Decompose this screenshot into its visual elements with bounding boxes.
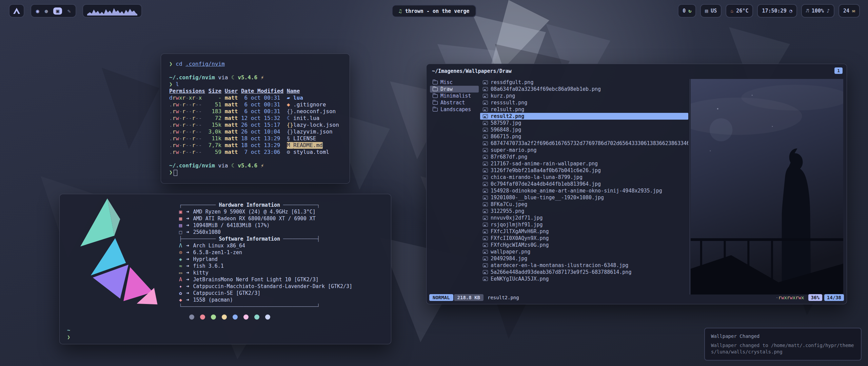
command: cd: [176, 61, 182, 67]
clock-module[interactable]: 17:50:29 ◔: [757, 4, 797, 18]
file-manager-window[interactable]: ~/Imagenes/Wallpapers/Draw 1 Misc Draw M…: [426, 64, 847, 304]
file-item[interactable]: FXfcII0X0AQyn9X.png: [480, 235, 688, 242]
image-file-icon: [483, 229, 488, 233]
workspace-button[interactable]: ▣: [53, 7, 62, 15]
file-item[interactable]: 5a266e448add93deab367d87173e9f25-6837886…: [480, 269, 688, 276]
image-file-icon: [483, 216, 488, 220]
directory-item[interactable]: Minimalist: [430, 93, 479, 99]
file-item[interactable]: 68747470733a2f2f696d616765732d7769786d70…: [480, 140, 688, 147]
file-item[interactable]: 0c794faf07de24a4db4d4fb1eb813964.jpg: [480, 181, 688, 187]
file-owner: matt: [225, 101, 238, 108]
fetch-terminal-window[interactable]: ┌─────────── Hardware Information ──────…: [59, 194, 391, 344]
file-name: 68747470733a2f2f696d616765732d7769786d70…: [491, 140, 688, 146]
file-item[interactable]: 217167-sad-anime-rain-wallpaper.png: [480, 160, 688, 167]
command: l: [176, 81, 179, 87]
info-icon: ▭: [179, 269, 186, 276]
directory-item[interactable]: Draw: [430, 86, 479, 93]
temperature-module[interactable]: ♨ 26°C: [726, 4, 753, 18]
file-name: ressdfgult.png: [491, 79, 533, 85]
notification-popup[interactable]: Wallpaper Changed Wallpaper changed to /…: [704, 328, 862, 361]
directory-item[interactable]: Landscapes: [430, 106, 479, 113]
file-item[interactable]: result2.png: [480, 113, 688, 120]
terminal-window[interactable]: ❯ cd .config/nvim ~/.config/nvim via ☾ v…: [161, 54, 350, 184]
arrow-icon: ➜: [186, 242, 193, 249]
listing-row: .rw-r--r--11kmatt18 oct 13:29§LICENSE: [169, 135, 341, 142]
arch-logo-icon: [13, 7, 20, 14]
notifications-module[interactable]: 24 ✉: [839, 4, 860, 18]
file-item[interactable]: EeNKYgIUcAAJ5JX.png: [480, 276, 688, 282]
file-name: LICENSE: [293, 135, 316, 142]
info-icon: ▣: [179, 208, 186, 215]
file-item[interactable]: rsjqojlmjhf91.jpg: [480, 221, 688, 228]
file-item[interactable]: chica-mirando-la-luna-8799.jpg: [480, 174, 688, 181]
shell-command-line: ❯ l: [169, 81, 341, 88]
file-item[interactable]: 587597.jpg: [480, 120, 688, 126]
directory-item[interactable]: Abstract: [430, 99, 479, 106]
file-item[interactable]: kurz.png: [480, 93, 688, 99]
file-item[interactable]: 154928-odinokoe_anime-art-anime-okno-sin…: [480, 187, 688, 194]
system-graph-widget[interactable]: [82, 4, 142, 18]
keyboard-layout-module[interactable]: ▤ US: [700, 4, 722, 18]
cwd: ~: [67, 327, 70, 334]
file-date: 26 oct 15:17: [241, 122, 283, 128]
updates-module[interactable]: 0 ↻: [678, 4, 696, 18]
file-type-icon: {}: [287, 128, 293, 135]
file-name: lua: [293, 95, 303, 101]
music-label: thrown - on the verge: [405, 8, 470, 14]
file-item[interactable]: ressdfgult.png: [480, 79, 688, 86]
file-size: 11k: [209, 135, 222, 142]
file-item[interactable]: 3126f7e9bbf21a8a4af0b67b041c6e26.jpg: [480, 167, 688, 174]
volume-module[interactable]: ♬ 100% ♪: [801, 4, 834, 18]
file-date: 12 oct 15:32: [241, 115, 283, 122]
file-item[interactable]: FXfcJlTXgAMvH6R.png: [480, 228, 688, 235]
info-icon: ≈: [179, 263, 186, 269]
notification-title: Wallpaper Changed: [711, 333, 855, 339]
tab-badge[interactable]: 1: [834, 67, 843, 74]
file-item[interactable]: 596848.jpg: [480, 126, 688, 133]
file-name: super-mario.png: [491, 147, 536, 153]
directory-item[interactable]: Misc: [430, 79, 479, 86]
workspace-button[interactable]: ◉: [36, 8, 39, 14]
file-item[interactable]: 87r687df.png: [480, 154, 688, 160]
distro-logo: [66, 198, 167, 309]
file-item[interactable]: 3122955.png: [480, 208, 688, 215]
launcher-button[interactable]: [9, 4, 24, 18]
file-item[interactable]: 19201080-__blue-tinge__-1920×1080.jpg: [480, 194, 688, 201]
file-owner: matt: [225, 128, 238, 135]
permissions: .rw-r--r--: [169, 101, 205, 108]
palette-dot: [200, 314, 205, 320]
palette-dot: [222, 314, 227, 320]
file-item[interactable]: nnvuv0xj2df71.jpg: [480, 215, 688, 221]
workspace-button[interactable]: ✎: [67, 8, 71, 14]
prompt-char: ❯: [67, 334, 70, 341]
file-item[interactable]: atardecer-en-la-montanas-ilustracion-634…: [480, 262, 688, 269]
file-item[interactable]: resssult.png: [480, 99, 688, 106]
info-value: 1558 (pacman): [193, 297, 233, 303]
parent-directory-list: Misc Draw Minimalist Abstract Landscapes: [430, 79, 479, 113]
file-size: 3,0k: [209, 128, 222, 135]
file-item[interactable]: 866715.png: [480, 133, 688, 140]
file-item[interactable]: FXfcHgcWIAMzs0G.png: [480, 242, 688, 248]
image-file-icon: [483, 257, 488, 261]
file-size: 72: [209, 115, 222, 122]
file-item[interactable]: 20492984.jpg: [480, 255, 688, 262]
file-type-icon: ⚙: [287, 149, 293, 156]
info-value: 10948MiB / 64183MiB (17%): [193, 222, 270, 229]
image-file-icon: [483, 175, 488, 179]
file-owner: matt: [225, 135, 238, 142]
music-widget[interactable]: ♫ thrown - on the verge: [392, 5, 476, 17]
image-file-icon: [483, 114, 488, 118]
workspace-button[interactable]: ●: [45, 8, 48, 14]
folder-icon: [433, 94, 438, 98]
file-name: 19201080-__blue-tinge__-1920×1080.jpg: [491, 195, 604, 201]
file-item[interactable]: super-mario.png: [480, 147, 688, 154]
shell-input-line[interactable]: ❯: [169, 169, 341, 176]
file-item[interactable]: re1sult.png: [480, 106, 688, 113]
music-icon: ♫: [399, 8, 402, 14]
file-item[interactable]: wallpaper.png: [480, 248, 688, 255]
file-item[interactable]: 08a634fa02a32364f69ebc86a98eb1eb.png: [480, 86, 688, 93]
file-item[interactable]: 8FKa7Cu.jpeg: [480, 201, 688, 208]
file-type-icon: {}: [287, 122, 293, 128]
info-value: fish 3.6.1: [193, 263, 224, 269]
file-owner: matt: [225, 95, 238, 101]
